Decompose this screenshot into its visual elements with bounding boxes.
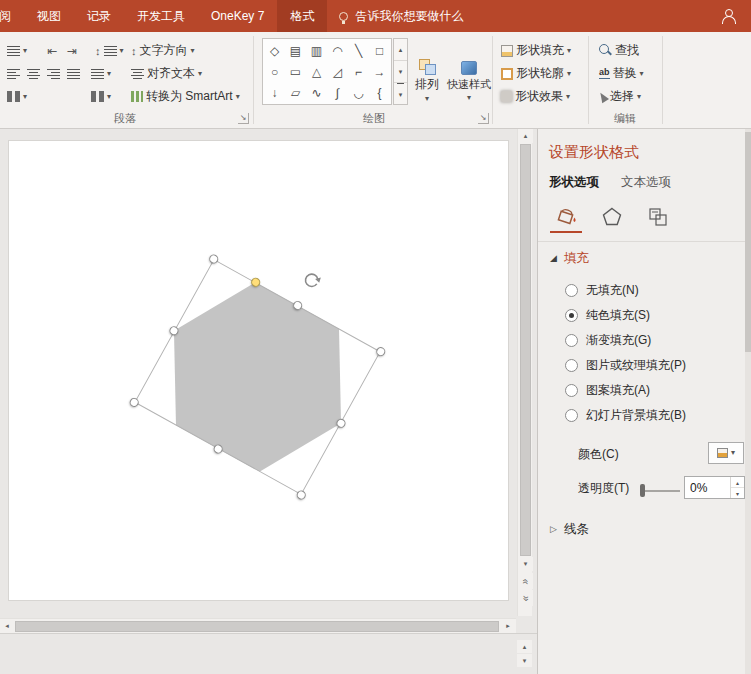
radio-pattern-fill[interactable]: 图案填充(A) [565, 382, 650, 398]
arrange-button[interactable]: 排列 ▾ [408, 40, 446, 122]
next-slide-button[interactable]: « [518, 590, 533, 606]
previous-slide-button[interactable]: « [518, 573, 533, 589]
gallery-more-button[interactable]: ▾ [394, 83, 407, 104]
shape-item[interactable]: ▭ [285, 61, 306, 82]
dropdown-icon: ▾ [23, 47, 27, 55]
justify-button[interactable] [64, 63, 83, 84]
size-properties-category-button[interactable] [642, 201, 674, 233]
shape-effects-button[interactable]: 形状效果 ▾ [498, 86, 573, 107]
transparency-slider-track[interactable] [640, 490, 680, 492]
select-button[interactable]: 选择 ▾ [596, 86, 644, 107]
smartart-icon [131, 91, 143, 102]
shape-item[interactable]: ∫ [327, 82, 348, 103]
align-center-button[interactable] [24, 63, 43, 84]
account-button[interactable] [721, 0, 735, 32]
transparency-input[interactable] [685, 477, 727, 498]
tab-view[interactable]: 视图 [24, 0, 74, 32]
shape-item[interactable]: ↓ [264, 82, 285, 103]
tab-text-options[interactable]: 文本选项 [621, 174, 671, 191]
justify-icon [67, 68, 80, 79]
scroll-down-button[interactable]: ▾ [518, 557, 533, 571]
convert-smartart-button[interactable]: 转换为 SmartArt ▾ [128, 86, 243, 107]
radio-gradient-fill[interactable]: 渐变填充(G) [565, 332, 651, 348]
tellme-box[interactable]: 告诉我你想要做什么 [327, 0, 475, 32]
radio-no-fill[interactable]: 无填充(N) [565, 282, 639, 298]
increase-indent-button[interactable]: ⇥ [64, 40, 80, 61]
shape-fill-button[interactable]: 形状填充 ▾ [498, 40, 574, 61]
shape-item[interactable]: { [369, 82, 390, 103]
decrease-indent-button[interactable]: ⇤ [44, 40, 60, 61]
gallery-scroll-up[interactable]: ▴ [394, 39, 407, 61]
shape-item[interactable]: ◡ [348, 82, 369, 103]
shape-item[interactable]: □ [369, 40, 390, 61]
shape-item[interactable]: ◿ [327, 61, 348, 82]
columns-button[interactable]: ▾ [4, 86, 30, 107]
shape-item[interactable]: ∿ [306, 82, 327, 103]
spin-up-button[interactable]: ▴ [731, 477, 744, 488]
pane-scroll-thumb[interactable] [745, 132, 751, 352]
notes-scroll-down-button[interactable]: ▾ [517, 654, 532, 667]
group-separator [492, 36, 493, 124]
scroll-up-button[interactable]: ▴ [518, 129, 533, 143]
tab-shape-options[interactable]: 形状选项 [549, 174, 599, 191]
pane-tabs: 形状选项 文本选项 [549, 174, 671, 191]
bullet-list-button[interactable]: ▾ [4, 40, 30, 61]
find-button[interactable]: 查找 [596, 40, 642, 61]
radio-slide-background-fill[interactable]: 幻灯片背景填充(B) [565, 407, 686, 423]
distribute-button[interactable]: ▾ [88, 63, 114, 84]
fill-section-header[interactable]: ◢ 填充 [550, 250, 589, 267]
shape-item[interactable]: ○ [264, 61, 285, 82]
quick-styles-button[interactable]: 快速样式 ▾ [446, 40, 492, 122]
tab-record[interactable]: 记录 [74, 0, 124, 32]
line-spacing-button[interactable]: ↕ ▾ [92, 40, 127, 61]
shape-item[interactable]: ╲ [348, 40, 369, 61]
radio-picture-texture-fill[interactable]: 图片或纹理填充(P) [565, 357, 686, 373]
text-columns-button[interactable]: ▾ [88, 86, 114, 107]
shape-item[interactable]: ▱ [285, 82, 306, 103]
transparency-spinbox: ▴ ▾ [684, 476, 745, 499]
radio-icon [565, 359, 578, 372]
notes-scroll-up-button[interactable]: ▴ [517, 640, 532, 653]
tab-developer[interactable]: 开发工具 [124, 0, 198, 32]
color-picker-button[interactable]: ▾ [708, 442, 744, 464]
fill-line-category-button[interactable] [550, 201, 582, 233]
shape-fill-icon [501, 45, 513, 57]
text-direction-button[interactable]: ↕ 文字方向 ▾ [128, 40, 198, 61]
spin-down-button[interactable]: ▾ [731, 488, 744, 498]
scroll-right-button[interactable]: ▸ [501, 619, 515, 633]
tab-format[interactable]: 格式 [277, 0, 327, 32]
align-left-button[interactable] [4, 63, 23, 84]
shape-item[interactable]: ▥ [306, 40, 327, 61]
line-section-header[interactable]: ▷ 线条 [550, 521, 589, 538]
scroll-left-button[interactable]: ◂ [0, 619, 14, 633]
drawing-dialog-launcher[interactable]: ↘ [478, 113, 489, 124]
align-text-button[interactable]: 对齐文本 ▾ [128, 63, 205, 84]
align-right-button[interactable] [44, 63, 63, 84]
gallery-scroll-down[interactable]: ▾ [394, 61, 407, 83]
chevron-up-icon: « [520, 578, 531, 584]
transparency-slider-thumb[interactable] [640, 484, 645, 497]
spinner-buttons: ▴ ▾ [730, 477, 744, 498]
tab-review-label: 审阅 [0, 8, 11, 25]
shape-item[interactable]: ◇ [264, 40, 285, 61]
size-properties-icon [647, 206, 669, 228]
vertical-scroll-thumb[interactable] [520, 144, 531, 556]
shape-effects-icon [501, 91, 512, 102]
shape-item[interactable]: → [369, 61, 390, 82]
shape-item[interactable]: ▤ [285, 40, 306, 61]
shape-item[interactable]: ◠ [327, 40, 348, 61]
horizontal-scroll-thumb[interactable] [15, 621, 499, 632]
tab-review[interactable]: 审阅 [0, 0, 24, 32]
replace-button[interactable]: ab 替换 ▾ [596, 63, 647, 84]
paragraph-dialog-launcher[interactable]: ↘ [238, 113, 249, 124]
shape-outline-button[interactable]: 形状轮廓 ▾ [498, 63, 574, 84]
effects-category-button[interactable] [596, 201, 628, 233]
pane-scrollbar[interactable] [745, 129, 751, 674]
shape-item[interactable]: △ [306, 61, 327, 82]
vertical-scrollbar[interactable]: ▴ ▾ « « [517, 129, 532, 616]
horizontal-scrollbar[interactable]: ◂ ▸ [0, 618, 516, 633]
shape-item[interactable]: ⌐ [348, 61, 369, 82]
list-icon [7, 45, 20, 56]
radio-solid-fill[interactable]: 纯色填充(S) [565, 307, 650, 323]
tab-onekey[interactable]: OneKey 7 [198, 0, 277, 32]
